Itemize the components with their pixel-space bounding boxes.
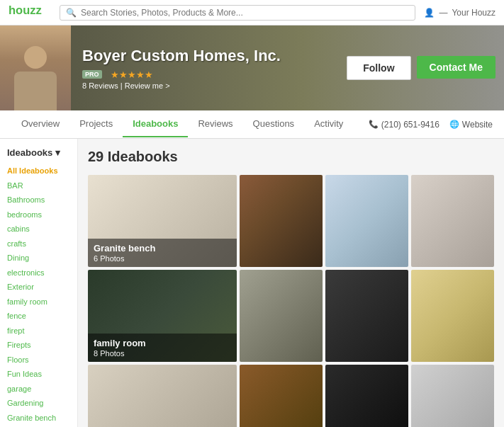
sidebar-item-firept[interactable]: firept [7,324,70,338]
ideabook-main-image [88,365,237,427]
tab-overview[interactable]: Overview [11,111,69,137]
website-label: Website [462,120,493,130]
sidebar: Ideabooks ▾ All Ideabooks BAR Bathrooms … [0,139,78,427]
sidebar-item-fence[interactable]: fence [7,309,70,324]
search-bar[interactable]: 🔍 [60,5,415,21]
ideabook-label: Granite bench 6 Photos [88,239,237,267]
sidebar-item-dining[interactable]: Dining [7,251,70,266]
profile-info: Boyer Custom Homes, Inc. PRO ★★★★★ 8 Rev… [71,38,338,98]
ideabook-label: family room 8 Photos [88,334,237,362]
sidebar-item-firepts[interactable]: Firepts [7,338,70,353]
tab-questions[interactable]: Questions [243,111,305,137]
reviews-count[interactable]: 8 Reviews [82,81,118,90]
ideabook-row-bedrooms: bedrooms 28 Photos [88,365,494,427]
chevron-down-icon: ▾ [55,147,60,158]
ideabook-row-granite-bench: Granite bench 6 Photos [88,175,494,267]
top-right-nav: 👤 — Your Houzz [424,8,495,18]
phone-info[interactable]: (210) 651-9416 [369,120,439,130]
tab-projects[interactable]: Projects [69,111,123,137]
follow-button[interactable]: Follow [347,56,410,80]
sidebar-title: Ideabooks ▾ [7,147,70,158]
sidebar-item-bar[interactable]: BAR [7,178,70,193]
sidebar-item-family-room[interactable]: family room [7,295,70,309]
avatar-image [0,25,71,110]
ideabook-main-family-room[interactable]: family room 8 Photos [88,270,237,362]
ideabook-thumb[interactable] [325,175,408,267]
ideabook-title: family room [94,338,231,348]
star-rating: ★★★★★ [111,69,153,80]
pro-badge: PRO [82,70,102,79]
ideabook-thumbs [240,365,494,427]
avatar-head [24,46,47,69]
sidebar-item-bathrooms[interactable]: Bathrooms [7,193,70,207]
sidebar-item-fun-ideas[interactable]: Fun Ideas [7,367,70,382]
nav-contact-info: (210) 651-9416 Website [369,120,493,130]
avatar [0,25,71,110]
ideabook-thumb[interactable] [411,270,494,362]
sidebar-item-all-ideabooks[interactable]: All Ideabooks [7,164,70,178]
sidebar-item-exterior[interactable]: Exterior [7,280,70,295]
sidebar-item-gardening[interactable]: Gardening [7,396,70,411]
ideabook-thumb[interactable] [240,175,323,267]
svg-text:houzz: houzz [9,4,42,16]
ideabook-thumb[interactable] [325,270,408,362]
nav-tabs: Overview Projects Ideabooks Reviews Ques… [11,111,369,137]
avatar-body [14,72,57,110]
tab-reviews[interactable]: Reviews [188,111,242,137]
top-bar: houzz 🔍 👤 — Your Houzz [0,0,504,25]
ideabook-main-bedrooms[interactable]: bedrooms 28 Photos [88,365,237,427]
profile-banner: Boyer Custom Homes, Inc. PRO ★★★★★ 8 Rev… [0,25,504,110]
tab-activity[interactable]: Activity [304,111,353,137]
search-icon: 🔍 [66,8,77,18]
sidebar-item-cabins[interactable]: cabins [7,222,70,237]
ideabook-thumb[interactable] [325,365,408,427]
ideabook-main-granite-bench[interactable]: Granite bench 6 Photos [88,175,237,267]
ideabook-thumb[interactable] [240,365,323,427]
sidebar-item-electronics[interactable]: electronics [7,266,70,280]
content-area: 29 Ideabooks Granite bench 6 Photos [78,139,504,427]
ideabook-row-family-room: family room 8 Photos [88,270,494,362]
sidebar-item-floors[interactable]: Floors [7,353,70,368]
contact-button[interactable]: Contact Me [417,56,495,79]
review-info: 8 Reviews | Review me > [82,81,327,90]
sidebar-item-crafts[interactable]: crafts [7,237,70,251]
notifications-icon[interactable]: 👤 [424,8,435,18]
content-title: 29 Ideabooks [88,149,494,165]
sidebar-item-bedrooms[interactable]: bedrooms [7,207,70,222]
profile-name: Boyer Custom Homes, Inc. [82,47,327,65]
houzz-logo[interactable]: houzz [9,2,51,23]
ideabook-thumbs [240,270,494,362]
profile-nav: Overview Projects Ideabooks Reviews Ques… [0,110,504,139]
phone-icon [369,120,379,129]
ideabook-thumb[interactable] [411,365,494,427]
main-layout: Ideabooks ▾ All Ideabooks BAR Bathrooms … [0,139,504,427]
ideabook-thumb[interactable] [240,270,323,362]
ideabook-title: Granite bench [94,243,231,254]
ideabook-count: 8 Photos [94,349,231,358]
sidebar-item-granite-bench[interactable]: Granite bench [7,411,70,426]
tab-ideabooks[interactable]: Ideabooks [123,111,188,137]
ideabook-count: 6 Photos [94,254,231,263]
separator: — [439,8,447,18]
website-info[interactable]: Website [449,120,493,130]
profile-actions: Follow Contact Me [338,47,504,89]
phone-number: (210) 651-9416 [381,120,439,130]
review-me-link[interactable]: Review me > [125,81,170,90]
globe-icon [449,120,459,129]
sidebar-item-garage[interactable]: garage [7,382,70,397]
ideabook-thumb[interactable] [411,175,494,267]
your-houzz-link[interactable]: Your Houzz [452,8,495,18]
ideabook-thumbs [240,175,494,267]
search-input[interactable] [81,8,409,18]
